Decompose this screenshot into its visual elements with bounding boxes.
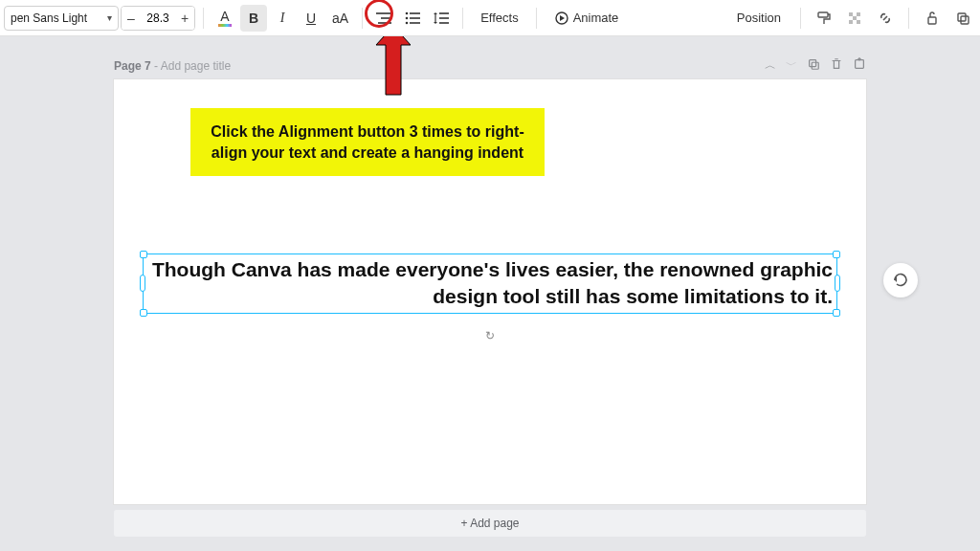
uppercase-button[interactable]: aA xyxy=(326,5,354,32)
link-button[interactable] xyxy=(872,5,899,32)
svg-rect-16 xyxy=(857,12,860,16)
trash-icon xyxy=(830,57,843,71)
underline-button[interactable]: U xyxy=(298,5,324,32)
svg-point-7 xyxy=(406,21,409,24)
page-number-label: Page 7 - Add page title xyxy=(114,59,231,73)
rainbow-underline-icon xyxy=(218,24,232,27)
font-size-increase[interactable]: + xyxy=(175,7,194,30)
spacing-button[interactable] xyxy=(428,5,455,32)
instruction-callout: Click the Alignment button 3 times to ri… xyxy=(190,108,545,176)
font-size-stepper: – + xyxy=(121,6,195,31)
resize-handle-ne[interactable] xyxy=(833,251,840,258)
page-canvas[interactable]: Click the Alignment button 3 times to ri… xyxy=(114,79,866,504)
resize-handle-sw[interactable] xyxy=(140,309,147,317)
page-down-button[interactable]: ﹀ xyxy=(786,57,797,74)
selected-text-box[interactable]: Though Canva has made everyone's lives e… xyxy=(143,253,837,314)
copy-icon xyxy=(807,57,820,71)
resize-handle-e[interactable] xyxy=(835,275,840,292)
divider xyxy=(536,8,537,29)
svg-rect-19 xyxy=(857,20,860,24)
svg-rect-22 xyxy=(961,16,969,24)
resize-handle-w[interactable] xyxy=(140,275,145,292)
svg-rect-18 xyxy=(849,20,853,24)
svg-point-3 xyxy=(406,11,409,14)
svg-point-5 xyxy=(406,16,409,19)
page-actions: ︿ ﹀ xyxy=(765,57,866,74)
reset-button[interactable] xyxy=(883,263,918,298)
bold-button[interactable]: B xyxy=(240,5,267,32)
italic-button[interactable]: I xyxy=(269,5,296,32)
position-button[interactable]: Position xyxy=(727,5,791,32)
copy-icon xyxy=(955,11,970,26)
svg-rect-15 xyxy=(849,12,853,16)
paint-roller-icon xyxy=(816,11,832,26)
font-size-decrease[interactable]: – xyxy=(122,7,141,30)
lock-open-icon xyxy=(924,11,940,26)
svg-rect-25 xyxy=(856,60,864,69)
divider xyxy=(800,8,801,29)
svg-rect-21 xyxy=(958,13,966,21)
svg-rect-23 xyxy=(810,60,816,67)
canvas-area: Page 7 - Add page title ︿ ﹀ Click the Al… xyxy=(0,36,980,551)
svg-rect-17 xyxy=(853,16,857,20)
link-icon xyxy=(878,11,893,26)
page-header: Page 7 - Add page title ︿ ﹀ xyxy=(114,57,866,74)
delete-page-button[interactable] xyxy=(830,57,843,74)
copy-style-button[interactable] xyxy=(811,5,837,32)
duplicate-button[interactable] xyxy=(949,5,976,32)
chevron-down-icon: ▾ xyxy=(107,12,112,23)
text-color-letter: A xyxy=(220,10,229,23)
add-page-button-top[interactable] xyxy=(853,57,866,74)
font-family-select[interactable]: pen Sans Light ▾ xyxy=(4,6,119,31)
resize-handle-nw[interactable] xyxy=(140,251,147,258)
divider xyxy=(362,8,363,29)
animate-icon xyxy=(554,11,569,26)
svg-rect-24 xyxy=(812,62,818,69)
transparency-button[interactable] xyxy=(841,5,868,32)
divider xyxy=(908,8,909,29)
font-family-name: pen Sans Light xyxy=(11,11,87,25)
line-spacing-icon xyxy=(434,11,449,25)
refresh-icon xyxy=(892,272,909,289)
add-page-icon xyxy=(853,57,866,71)
divider xyxy=(462,8,463,29)
svg-rect-14 xyxy=(818,12,828,17)
transparency-icon xyxy=(847,11,862,26)
align-right-icon xyxy=(376,11,391,25)
bullet-list-icon xyxy=(405,11,420,25)
svg-rect-20 xyxy=(928,17,936,24)
alignment-button[interactable] xyxy=(370,5,397,32)
page-up-button[interactable]: ︿ xyxy=(765,57,776,74)
lock-button[interactable] xyxy=(919,5,946,32)
text-toolbar: pen Sans Light ▾ – + A B I U aA xyxy=(0,0,980,36)
effects-button[interactable]: Effects xyxy=(471,5,528,32)
animate-button[interactable]: Animate xyxy=(545,5,629,32)
text-content[interactable]: Though Canva has made everyone's lives e… xyxy=(144,254,836,313)
divider xyxy=(203,8,204,29)
add-page-bar[interactable]: + Add page xyxy=(114,510,866,537)
duplicate-page-button[interactable] xyxy=(807,57,820,74)
right-tools: Position xyxy=(727,5,976,32)
rotate-handle[interactable]: ↻ xyxy=(485,329,495,342)
font-size-input[interactable] xyxy=(141,11,175,25)
text-color-button[interactable]: A xyxy=(212,5,238,32)
resize-handle-se[interactable] xyxy=(833,309,840,317)
list-button[interactable] xyxy=(399,5,426,32)
